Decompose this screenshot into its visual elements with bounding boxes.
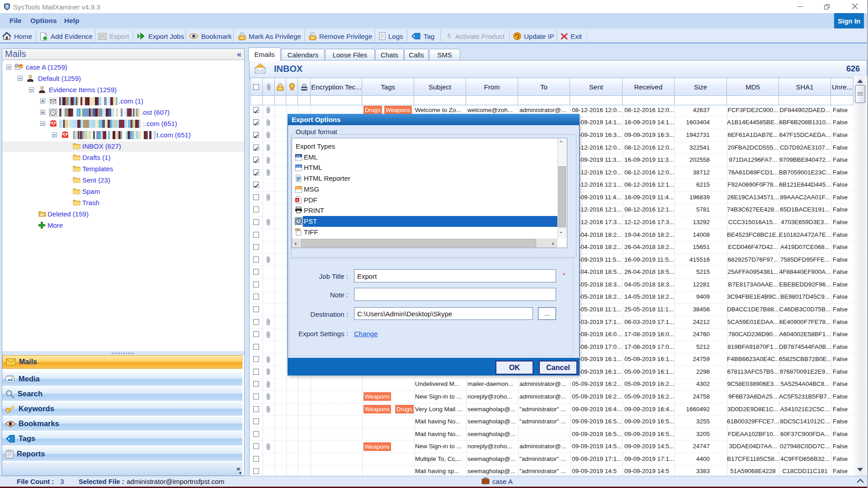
svg-text:EML: EML <box>296 154 301 157</box>
svg-text:TIFF: TIFF <box>296 229 300 231</box>
svg-text:HTML: HTML <box>296 165 302 168</box>
svg-text:A: A <box>296 198 298 202</box>
svg-text:MSG: MSG <box>296 186 302 189</box>
